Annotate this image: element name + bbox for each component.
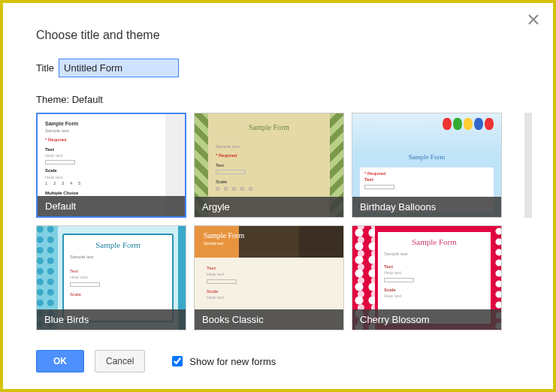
ok-button[interactable]: OK bbox=[36, 350, 84, 372]
close-icon[interactable] bbox=[527, 14, 539, 26]
title-label: Title bbox=[36, 62, 54, 74]
theme-label: Theme: Default bbox=[36, 94, 520, 105]
theme-name: Blue Birds bbox=[37, 309, 186, 330]
theme-name: Default bbox=[38, 196, 185, 216]
dialog-content: Choose title and theme Title Theme: Defa… bbox=[3, 3, 553, 342]
theme-gallery-wrap: Sample Form Sample text * Required Text … bbox=[36, 113, 520, 330]
theme-card-books-classic[interactable]: Sample Form Sample text Text Help text S… bbox=[194, 225, 344, 330]
theme-card-argyle[interactable]: Sample Form Sample text * Required Text … bbox=[194, 113, 344, 218]
theme-name: Books Classic bbox=[195, 309, 343, 330]
theme-name: Argyle bbox=[195, 197, 343, 217]
title-input[interactable] bbox=[59, 59, 179, 77]
show-for-new-forms-checkbox[interactable]: Show for new forms bbox=[169, 354, 276, 369]
theme-name: Birthday Balloons bbox=[352, 197, 501, 217]
dialog-heading: Choose title and theme bbox=[36, 29, 520, 42]
theme-card-default[interactable]: Sample Form Sample text * Required Text … bbox=[36, 113, 186, 218]
theme-card-birthday-balloons[interactable]: Sample Form * Required Text Birthday Bal… bbox=[352, 113, 502, 218]
gallery-scrollbar[interactable] bbox=[524, 113, 532, 218]
theme-card-cherry-blossom[interactable]: Sample Form Sample text Text Help text S… bbox=[352, 225, 502, 330]
theme-gallery: Sample Form Sample text * Required Text … bbox=[36, 113, 520, 330]
theme-name: Cherry Blossom bbox=[352, 309, 501, 330]
theme-card-blue-birds[interactable]: Sample Form Sample text Text Help text S… bbox=[36, 225, 186, 330]
cancel-button[interactable]: Cancel bbox=[95, 350, 145, 372]
show-for-new-forms-input[interactable] bbox=[172, 356, 183, 366]
theme-label-value: Default bbox=[72, 94, 103, 105]
theme-label-prefix: Theme: bbox=[36, 94, 72, 105]
dialog-frame: Choose title and theme Title Theme: Defa… bbox=[0, 0, 556, 392]
dialog-footer: OK Cancel Show for new forms bbox=[36, 350, 276, 372]
title-row: Title bbox=[36, 59, 520, 77]
show-for-new-forms-label: Show for new forms bbox=[189, 356, 276, 367]
